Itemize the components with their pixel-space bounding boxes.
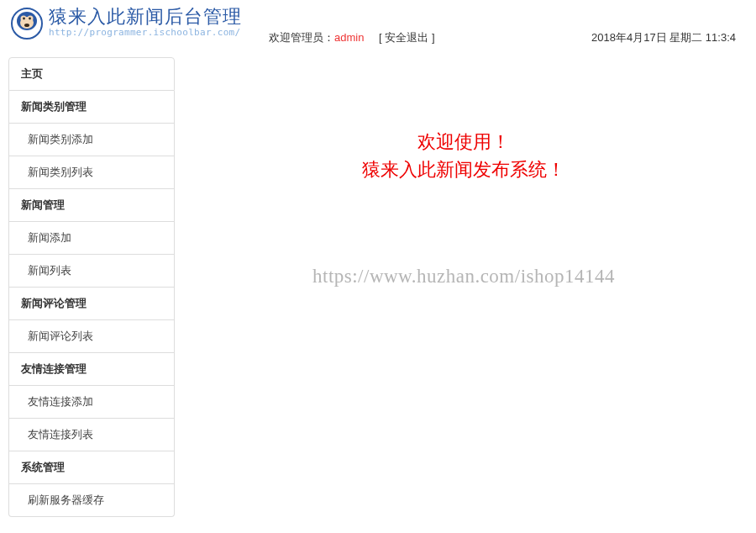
- watermark: https://www.huzhan.com/ishop14144: [175, 266, 753, 288]
- content: 欢迎使用！ 猿来入此新闻发布系统！ https://www.huzhan.com…: [175, 57, 753, 517]
- nav-item-news-add[interactable]: 新闻添加: [8, 222, 175, 255]
- welcome-heading: 欢迎使用！ 猿来入此新闻发布系统！: [175, 128, 753, 183]
- welcome-line2: 猿来入此新闻发布系统！: [362, 159, 565, 180]
- site-url: http://programmer.ischoolbar.com/: [49, 27, 242, 38]
- logout-wrap: [ 安全退出 ]: [379, 31, 434, 44]
- sidebar: 主页 新闻类别管理 新闻类别添加 新闻类别列表 新闻管理 新闻添加 新闻列表 新…: [8, 57, 175, 517]
- welcome-block: 欢迎管理员：admin [ 安全退出 ]: [269, 30, 435, 45]
- nav-group-system[interactable]: 系统管理: [8, 451, 175, 484]
- nav-item-links-add[interactable]: 友情连接添加: [8, 386, 175, 419]
- nav-item-links-list[interactable]: 友情连接列表: [8, 419, 175, 451]
- logout-link[interactable]: 安全退出: [385, 31, 428, 44]
- logo-block: 猿来入此新闻后台管理 http://programmer.ischoolbar.…: [10, 7, 242, 40]
- nav-item-comments-list[interactable]: 新闻评论列表: [8, 320, 175, 353]
- nav-item-news-category-add[interactable]: 新闻类别添加: [8, 124, 175, 156]
- logo-text: 猿来入此新闻后台管理 http://programmer.ischoolbar.…: [49, 7, 242, 38]
- site-title: 猿来入此新闻后台管理: [49, 7, 242, 27]
- svg-point-6: [29, 18, 31, 20]
- nav-home[interactable]: 主页: [8, 57, 175, 91]
- body: 主页 新闻类别管理 新闻类别添加 新闻类别列表 新闻管理 新闻添加 新闻列表 新…: [0, 50, 756, 532]
- svg-point-5: [23, 18, 25, 20]
- nav-group-news-category[interactable]: 新闻类别管理: [8, 91, 175, 124]
- header-bar: 欢迎管理员：admin [ 安全退出 ] 2018年4月17日 星期二 11:3…: [269, 30, 756, 50]
- monkey-logo-icon: [10, 7, 44, 40]
- welcome-line1: 欢迎使用！: [417, 131, 510, 152]
- nav-item-news-category-list[interactable]: 新闻类别列表: [8, 156, 175, 189]
- datetime: 2018年4月17日 星期二 11:3:4: [591, 30, 736, 45]
- admin-name: admin: [334, 31, 364, 44]
- welcome-prefix: 欢迎管理员：: [269, 31, 334, 44]
- nav-item-refresh-cache[interactable]: 刷新服务器缓存: [8, 484, 175, 517]
- nav-item-news-list[interactable]: 新闻列表: [8, 255, 175, 288]
- nav-group-comments[interactable]: 新闻评论管理: [8, 288, 175, 320]
- svg-point-7: [24, 24, 29, 27]
- nav-group-news[interactable]: 新闻管理: [8, 189, 175, 222]
- nav-group-links[interactable]: 友情连接管理: [8, 353, 175, 386]
